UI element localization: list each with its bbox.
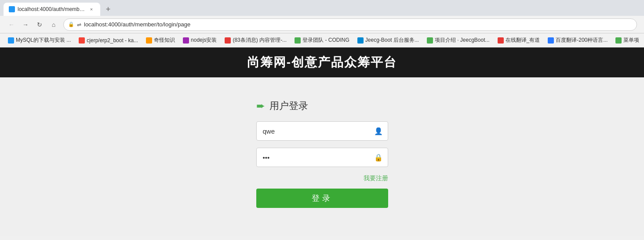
bookmark-qiguai[interactable]: 奇怪知识 — [142, 36, 178, 45]
bookmark-favicon — [79, 37, 85, 44]
site-header: 尚筹网-创意产品众筹平台 — [0, 47, 644, 77]
register-link-row: 我要注册 — [256, 174, 388, 182]
new-tab-button[interactable]: + — [102, 3, 114, 15]
login-section: ➨ 用户登录 👤 🔒 我要注册 登录 — [0, 77, 644, 208]
bookmark-label: 项目介绍 · JeecgBoot... — [435, 36, 490, 44]
bookmark-favicon — [8, 37, 14, 44]
login-button[interactable]: 登录 — [256, 189, 388, 208]
tab-favicon — [9, 6, 15, 12]
bookmark-label: 奇怪知识 — [154, 36, 175, 44]
password-input[interactable] — [256, 148, 388, 167]
bookmark-mysql[interactable]: MySQL的下载与安装 ... — [4, 36, 74, 45]
bookmark-baidu[interactable]: 百度翻译-200种语言... — [544, 36, 611, 45]
back-button[interactable]: ← — [5, 18, 18, 31]
bookmark-favicon — [615, 37, 622, 44]
tab-bar: localhost:4000/auth/membe... × + — [0, 0, 644, 16]
bookmark-project[interactable]: 项目介绍 · JeecgBoot... — [423, 36, 493, 45]
bookmark-denglu[interactable]: 登录团队 - CODING — [291, 36, 353, 45]
reload-button[interactable]: ↻ — [33, 18, 46, 31]
bookmark-favicon — [357, 37, 364, 44]
bookmarks-bar: MySQL的下载与安装 ... cjerp/erp2_boot - ka... … — [0, 33, 644, 47]
bookmark-favicon — [295, 37, 301, 44]
bookmark-label: 登录团队 - CODING — [302, 36, 349, 44]
tab-title: localhost:4000/auth/membe... — [18, 6, 85, 12]
tab-close-button[interactable]: × — [88, 6, 95, 13]
bookmark-favicon — [498, 37, 504, 44]
bookmark-favicon — [146, 37, 152, 44]
lock-icon: 🔒 — [374, 153, 383, 162]
bookmark-label: Jeecg-Boot 后台服务... — [365, 36, 419, 44]
bookmark-favicon — [427, 37, 433, 44]
secure-icon: 🔒 — [68, 22, 74, 27]
bookmark-favicon — [548, 37, 554, 44]
username-input[interactable] — [256, 121, 388, 141]
register-link[interactable]: 我要注册 — [364, 175, 388, 182]
bookmark-label: 在线翻译_有道 — [506, 36, 540, 44]
password-wrapper: 🔒 — [256, 148, 388, 167]
bookmark-label: (83条消息) 内容管理-... — [233, 36, 287, 44]
bookmark-label: cjerp/erp2_boot - ka... — [87, 37, 138, 44]
address-bar-container: 🔒 ⇌ — [63, 18, 637, 31]
home-button[interactable]: ⌂ — [47, 18, 60, 31]
login-title-row: ➨ 用户登录 — [256, 99, 388, 113]
bookmark-favicon — [183, 37, 189, 44]
login-box: ➨ 用户登录 👤 🔒 我要注册 登录 — [256, 99, 388, 208]
address-bar[interactable] — [84, 21, 632, 28]
page-content: 尚筹网-创意产品众筹平台 ➨ 用户登录 👤 🔒 — [0, 47, 644, 236]
browser-window: localhost:4000/auth/membe... × + ← → ↻ ⌂… — [0, 0, 644, 236]
bookmark-label: MySQL的下载与安装 ... — [16, 36, 71, 44]
bookmark-favicon — [225, 37, 231, 44]
address-prefix: ⇌ — [77, 22, 81, 28]
bookmark-youdao[interactable]: 在线翻译_有道 — [494, 36, 544, 45]
bookmark-label: nodejs安装 — [191, 36, 217, 44]
forward-button[interactable]: → — [19, 18, 32, 31]
bookmark-cjerp[interactable]: cjerp/erp2_boot - ka... — [75, 36, 142, 44]
bookmark-jeecgboot[interactable]: Jeecg-Boot 后台服务... — [354, 36, 422, 45]
user-icon: 👤 — [374, 127, 383, 135]
login-title-text: 用户登录 — [269, 99, 308, 113]
login-title-icon: ➨ — [256, 100, 265, 112]
bookmark-nodejs[interactable]: nodejs安装 — [179, 36, 220, 45]
active-tab[interactable]: localhost:4000/auth/membe... × — [4, 3, 100, 16]
site-title: 尚筹网-创意产品众筹平台 — [247, 54, 397, 71]
bookmark-cms[interactable]: (83条消息) 内容管理-... — [221, 36, 290, 45]
browser-toolbar: ← → ↻ ⌂ 🔒 ⇌ — [0, 16, 644, 33]
bookmark-label: 菜单项 — [623, 36, 639, 44]
bookmark-caidan[interactable]: 菜单项 — [612, 36, 643, 45]
username-wrapper: 👤 — [256, 121, 388, 141]
bookmark-label: 百度翻译-200种语言... — [556, 36, 608, 44]
